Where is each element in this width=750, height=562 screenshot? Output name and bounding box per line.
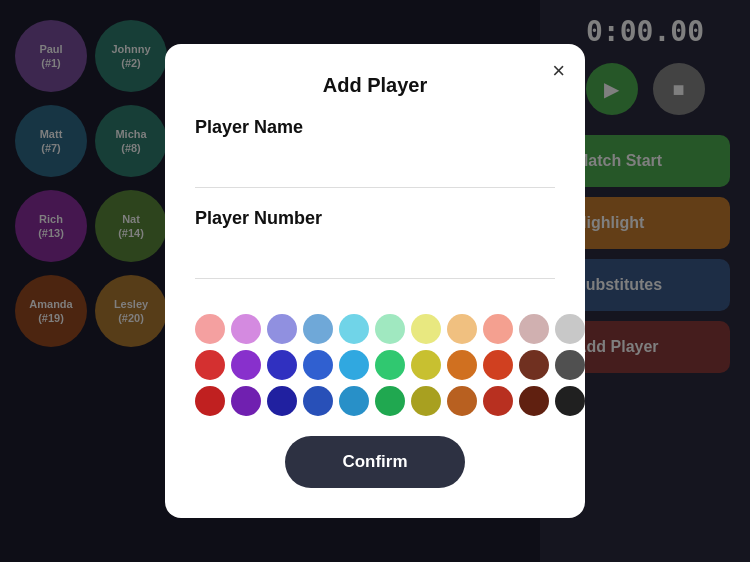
color-swatch[interactable] [519,314,549,344]
color-palette [195,314,555,416]
color-swatch[interactable] [519,350,549,380]
add-player-modal: Add Player × Player Name Player Number [165,44,585,518]
color-swatch[interactable] [483,350,513,380]
color-swatch[interactable] [375,350,405,380]
modal-title: Add Player [195,74,555,97]
color-swatch[interactable] [195,314,225,344]
color-swatch[interactable] [267,314,297,344]
color-swatch[interactable] [519,386,549,416]
color-swatch[interactable] [267,350,297,380]
player-number-input[interactable] [195,237,555,279]
confirm-button[interactable]: Confirm [285,436,465,488]
color-swatch[interactable] [555,314,585,344]
color-swatch[interactable] [483,386,513,416]
color-swatch[interactable] [411,314,441,344]
color-row-1 [195,314,555,344]
color-row-2 [195,350,555,380]
color-swatch[interactable] [195,386,225,416]
color-swatch[interactable] [267,386,297,416]
color-row-3 [195,386,555,416]
player-name-input[interactable] [195,146,555,188]
color-swatch[interactable] [303,386,333,416]
color-swatch[interactable] [195,350,225,380]
color-swatch[interactable] [555,386,585,416]
color-swatch[interactable] [375,386,405,416]
color-swatch[interactable] [231,350,261,380]
color-swatch[interactable] [411,386,441,416]
color-swatch[interactable] [303,350,333,380]
color-swatch[interactable] [447,350,477,380]
modal-overlay: Add Player × Player Name Player Number [0,0,750,562]
color-swatch[interactable] [447,314,477,344]
color-swatch[interactable] [339,350,369,380]
color-swatch[interactable] [555,350,585,380]
color-swatch[interactable] [339,386,369,416]
color-swatch[interactable] [375,314,405,344]
color-swatch[interactable] [231,314,261,344]
color-swatch[interactable] [411,350,441,380]
color-swatch[interactable] [339,314,369,344]
color-swatch[interactable] [303,314,333,344]
modal-close-button[interactable]: × [552,60,565,82]
color-swatch[interactable] [231,386,261,416]
color-swatch[interactable] [447,386,477,416]
color-swatch[interactable] [483,314,513,344]
player-name-label: Player Name [195,117,555,138]
player-number-label: Player Number [195,208,555,229]
